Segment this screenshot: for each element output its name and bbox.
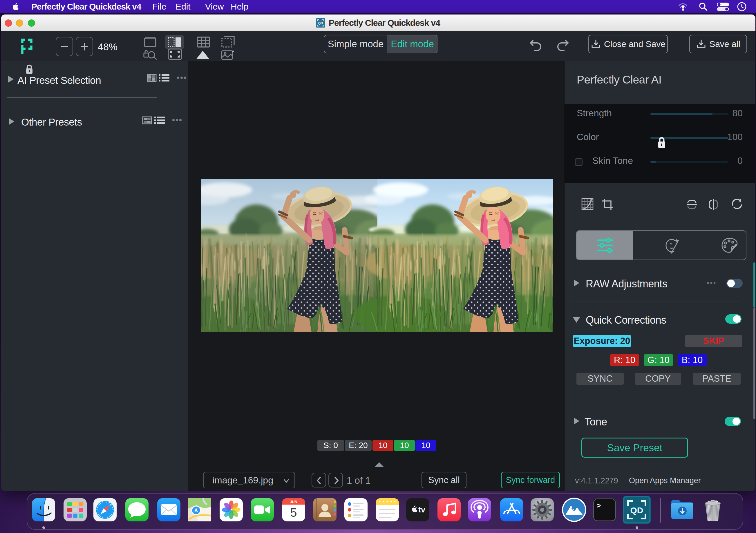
svg-text:QD: QD [318, 21, 323, 25]
svg-text:QD: QD [631, 505, 643, 515]
svg-text:tv: tv [418, 505, 425, 514]
svg-text:>_: >_ [596, 502, 606, 510]
svg-text:5: 5 [290, 506, 297, 520]
svg-text:JUN: JUN [290, 500, 297, 504]
